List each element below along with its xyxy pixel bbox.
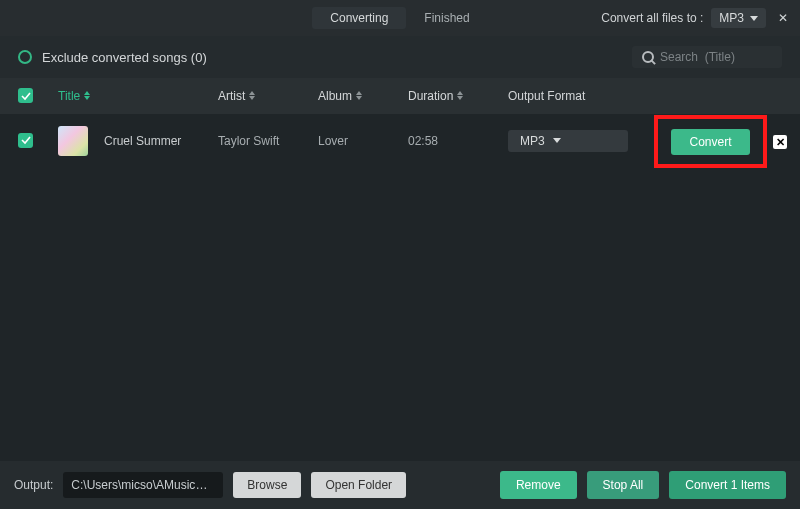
sort-icon bbox=[457, 91, 463, 100]
open-folder-button[interactable]: Open Folder bbox=[311, 472, 406, 498]
header-checkbox-cell bbox=[18, 88, 58, 104]
tab-switcher: Converting Finished bbox=[312, 7, 487, 29]
global-format-value: MP3 bbox=[719, 11, 744, 25]
header-output-format: Output Format bbox=[508, 89, 628, 103]
tab-converting[interactable]: Converting bbox=[312, 7, 406, 29]
header-artist[interactable]: Artist bbox=[218, 89, 318, 103]
convert-all-label: Convert all files to : bbox=[601, 11, 703, 25]
header-album[interactable]: Album bbox=[318, 89, 408, 103]
row-title-cell: Cruel Summer bbox=[58, 126, 218, 156]
output-path[interactable]: C:\Users\micso\AMusicSoft\... bbox=[63, 472, 223, 498]
tab-finished[interactable]: Finished bbox=[406, 7, 487, 29]
select-all-checkbox[interactable] bbox=[18, 88, 33, 103]
row-title: Cruel Summer bbox=[104, 134, 181, 148]
global-format-select[interactable]: MP3 bbox=[711, 8, 766, 28]
sort-icon bbox=[356, 91, 362, 100]
search-input[interactable] bbox=[660, 50, 772, 64]
sort-icon bbox=[249, 91, 255, 100]
row-format-cell: MP3 bbox=[508, 130, 628, 152]
header-output-format-label: Output Format bbox=[508, 89, 585, 103]
sub-bar: Exclude converted songs (0) bbox=[0, 36, 800, 78]
header-artist-label: Artist bbox=[218, 89, 245, 103]
top-bar: Converting Finished Convert all files to… bbox=[0, 0, 800, 36]
row-format-select[interactable]: MP3 bbox=[508, 130, 628, 152]
stop-all-button[interactable]: Stop All bbox=[587, 471, 660, 499]
highlight-box: Convert bbox=[654, 115, 767, 168]
search-box[interactable] bbox=[632, 46, 782, 68]
circle-icon bbox=[18, 50, 32, 64]
row-artist: Taylor Swift bbox=[218, 134, 318, 148]
sort-icon bbox=[84, 91, 90, 100]
row-album: Lover bbox=[318, 134, 408, 148]
header-title-label: Title bbox=[58, 89, 80, 103]
header-duration-label: Duration bbox=[408, 89, 453, 103]
remove-row-icon[interactable]: ✕ bbox=[773, 135, 787, 149]
header-title[interactable]: Title bbox=[58, 89, 218, 103]
app-window: Converting Finished Convert all files to… bbox=[0, 0, 800, 509]
table-header: Title Artist Album Duration Output Forma… bbox=[0, 78, 800, 114]
remove-button[interactable]: Remove bbox=[500, 471, 577, 499]
chevron-down-icon bbox=[750, 16, 758, 21]
convert-button[interactable]: Convert bbox=[671, 129, 749, 155]
row-checkbox[interactable] bbox=[18, 133, 33, 148]
row-format-value: MP3 bbox=[520, 134, 545, 148]
exclude-label: Exclude converted songs (0) bbox=[42, 50, 207, 65]
header-duration[interactable]: Duration bbox=[408, 89, 508, 103]
browse-button[interactable]: Browse bbox=[233, 472, 301, 498]
row-checkbox-cell bbox=[18, 133, 58, 149]
album-art bbox=[58, 126, 88, 156]
exclude-converted-toggle[interactable]: Exclude converted songs (0) bbox=[18, 50, 207, 65]
top-right-controls: Convert all files to : MP3 ✕ bbox=[601, 0, 792, 36]
convert-all-button[interactable]: Convert 1 Items bbox=[669, 471, 786, 499]
search-icon bbox=[642, 51, 654, 63]
row-duration: 02:58 bbox=[408, 134, 508, 148]
header-album-label: Album bbox=[318, 89, 352, 103]
output-label: Output: bbox=[14, 478, 53, 492]
close-icon[interactable]: ✕ bbox=[774, 9, 792, 27]
chevron-down-icon bbox=[553, 138, 561, 143]
bottom-bar: Output: C:\Users\micso\AMusicSoft\... Br… bbox=[0, 461, 800, 509]
